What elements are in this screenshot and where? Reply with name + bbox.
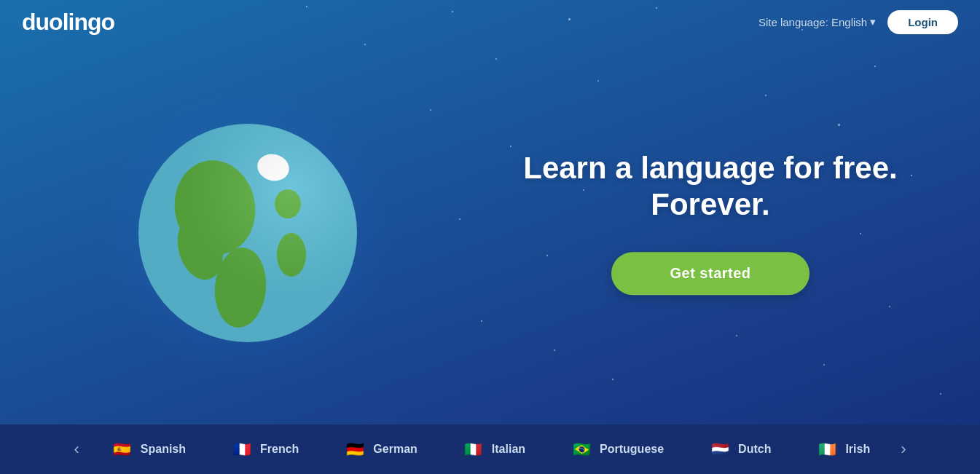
- globe-svg: [135, 120, 361, 346]
- language-item-french[interactable]: 🇫🇷French: [213, 437, 326, 462]
- svg-point-8: [138, 124, 357, 342]
- get-started-button[interactable]: Get started: [611, 252, 809, 295]
- flag-irish: 🇮🇪: [815, 437, 839, 462]
- language-item-dutch[interactable]: 🇳🇱Dutch: [691, 437, 799, 462]
- site-language-label: Site language: English: [758, 16, 867, 28]
- prev-arrow[interactable]: ‹: [59, 440, 93, 459]
- language-bar: ‹ 🇪🇸Spanish🇫🇷French🇩🇪German🇮🇹Italian🇧🇷Po…: [0, 424, 980, 474]
- language-item-german[interactable]: 🇩🇪German: [326, 437, 444, 462]
- language-label-spanish: Spanish: [141, 443, 186, 456]
- header: duolingo Site language: English ▾ Login: [0, 0, 980, 44]
- flag-french: 🇫🇷: [230, 437, 254, 462]
- language-list: 🇪🇸Spanish🇫🇷French🇩🇪German🇮🇹Italian🇧🇷Port…: [94, 437, 886, 462]
- site-language-selector[interactable]: Site language: English ▾: [758, 15, 876, 28]
- hero-section: Learn a language for free. Forever. Get …: [499, 150, 922, 296]
- language-item-spanish[interactable]: 🇪🇸Spanish: [94, 437, 213, 462]
- language-label-irish: Irish: [845, 443, 870, 456]
- flag-portuguese: 🇧🇷: [569, 437, 594, 462]
- header-right: Site language: English ▾ Login: [758, 10, 958, 34]
- language-label-french: French: [260, 443, 299, 456]
- flag-dutch: 🇳🇱: [707, 437, 732, 462]
- language-label-dutch: Dutch: [738, 443, 771, 456]
- chevron-down-icon: ▾: [870, 15, 876, 28]
- login-button[interactable]: Login: [887, 10, 958, 34]
- flag-german: 🇩🇪: [342, 437, 367, 462]
- flag-spanish: 🇪🇸: [110, 437, 135, 462]
- next-arrow[interactable]: ›: [886, 440, 920, 459]
- logo: duolingo: [22, 9, 114, 36]
- globe-container: [95, 44, 401, 422]
- language-item-irish[interactable]: 🇮🇪Irish: [799, 437, 886, 462]
- hero-headline: Learn a language for free. Forever.: [499, 150, 922, 224]
- language-item-italian[interactable]: 🇮🇹Italian: [445, 437, 553, 462]
- language-label-portuguese: Portuguese: [600, 443, 664, 456]
- language-label-italian: Italian: [492, 443, 525, 456]
- language-item-portuguese[interactable]: 🇧🇷Portuguese: [553, 437, 691, 462]
- flag-italian: 🇮🇹: [461, 437, 486, 462]
- language-label-german: German: [373, 443, 417, 456]
